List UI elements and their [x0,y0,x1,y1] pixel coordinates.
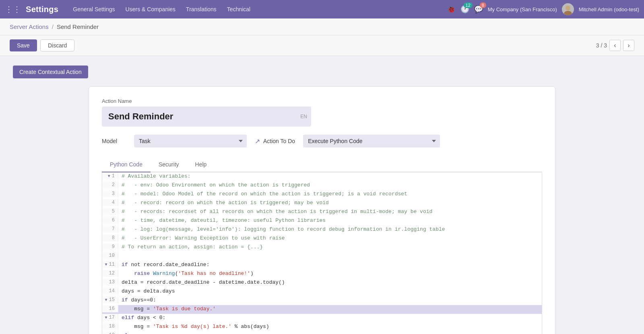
apps-icon[interactable]: ⋮⋮ [5,4,21,14]
code-line: 18 msg = 'Task is %d day(s) late.' % abs… [102,323,542,332]
code-line: 9# To return an action, assign: action =… [102,243,542,252]
breadcrumb: Server Actions / Send Reminder [0,18,644,35]
fold-marker[interactable]: ▼ [105,298,107,302]
line-content: if days==0: [118,296,542,304]
action-to-do-select[interactable]: Execute Python Code [303,135,440,148]
code-line: 4# - record: record on which the action … [102,199,542,208]
line-number: 10 [109,253,115,258]
line-number: 13 [109,279,115,285]
code-line: 7# - log: log(message, level='info'): lo… [102,225,542,234]
action-name-label: Action Name [102,98,542,104]
nav-translations[interactable]: Translations [181,4,221,14]
code-line: ▼1# Available variables: [102,172,542,181]
tab-help[interactable]: Help [187,157,215,172]
nav-general-settings[interactable]: General Settings [68,4,120,14]
pagination-prev[interactable]: ‹ [609,40,621,51]
code-line: 3# - model: Odoo Model of the record on … [102,190,542,199]
line-content: # To return an action, assign: action = … [118,243,542,251]
line-number: 6 [112,217,115,223]
pagination: 3 / 3 ‹ › [596,40,634,51]
breadcrumb-separator: / [52,23,54,30]
line-number: 14 [109,288,115,294]
fold-marker[interactable]: ▼ [105,316,107,320]
line-content: delta = record.date_deadline - datetime.… [118,279,542,286]
line-content: else: [118,332,542,334]
pagination-next[interactable]: › [623,40,634,51]
line-content: # - record: record on which the action i… [118,199,542,207]
line-content: msg = 'Task is due today.' [118,305,542,313]
user-avatar[interactable] [562,3,574,15]
activities-badge-wrap[interactable]: 🕐 12 [460,5,469,14]
line-content: # - time, datetime, dateutil, timezone: … [118,217,542,224]
fold-marker[interactable]: ▼ [108,174,110,178]
svg-point-1 [564,11,572,15]
line-number: 8 [112,235,115,241]
code-line: ▼11if not record.date_deadline: [102,261,542,270]
tab-python-code[interactable]: Python Code [102,157,151,172]
line-number: 5 [112,209,115,214]
line-number: 3 [112,191,115,197]
nav-users-companies[interactable]: Users & Companies [121,4,181,14]
line-number: 12 [109,270,115,276]
line-content: # Available variables: [118,172,542,180]
model-action-row: Model Task ↗ Action To Do Execute Python… [102,135,542,148]
action-name-field-group: Action Name EN [102,98,542,127]
fold-marker[interactable]: ▼ [105,262,107,267]
top-nav: ⋮⋮ Settings General Settings Users & Com… [0,0,644,18]
external-link-icon[interactable]: ↗ [255,137,260,145]
action-name-input[interactable] [102,107,311,127]
model-label: Model [102,138,126,144]
user-name[interactable]: Mitchell Admin (odoo-test) [579,6,639,12]
create-contextual-action-button[interactable]: Create Contextual Action [13,66,88,78]
line-content: if not record.date_deadline: [118,261,542,268]
line-number: 19 [109,332,115,334]
breadcrumb-current: Send Reminder [57,23,99,30]
nav-technical[interactable]: Technical [222,4,255,14]
svg-point-0 [566,6,570,10]
company-name[interactable]: My Company (San Francisco) [488,6,557,12]
code-line: 5# - records: recordset of all records o… [102,208,542,217]
line-content: raise Warning('Task has no deadline!') [118,270,542,277]
line-number: 4 [112,200,115,205]
brand-title: Settings [26,5,58,14]
line-content: # - model: Odoo Model of the record on w… [118,190,542,198]
discard-button[interactable]: Discard [40,39,74,51]
bug-icon[interactable]: 🐞 [447,5,456,14]
line-content: elif days < 0: [118,314,542,322]
messages-count: 8 [480,2,486,8]
code-line: ▼19else: [102,332,542,334]
messages-badge-wrap[interactable]: 💬 8 [474,5,483,14]
code-line: 16 msg = 'Task is due today.' [102,305,542,314]
code-editor[interactable]: ▼1# Available variables:2# - env: Odoo E… [102,172,542,334]
model-select[interactable]: Task [134,135,247,148]
line-number: 11 [109,262,115,267]
toolbar: Save Discard 3 / 3 ‹ › [0,35,644,56]
save-button[interactable]: Save [10,39,37,51]
line-number: 17 [109,315,115,320]
line-number: 1 [112,173,115,179]
tabs: Python Code Security Help [102,157,542,172]
activities-count: 12 [464,2,473,8]
code-line: ▼17elif days < 0: [102,314,542,323]
breadcrumb-parent[interactable]: Server Actions [10,23,49,30]
line-content: # - records: recordset of all records on… [118,208,542,215]
line-number: 16 [109,306,115,311]
line-number: 15 [109,297,115,303]
line-content: days = delta.days [118,287,542,295]
code-line: ▼15if days==0: [102,296,542,305]
pagination-text: 3 / 3 [596,42,607,49]
line-number: 18 [109,324,115,329]
line-content: # - env: Odoo Environment on which the a… [118,181,542,189]
tab-security[interactable]: Security [151,157,187,172]
line-content: # - log: log(message, level='info'): log… [118,225,542,233]
code-line: 12 raise Warning('Task has no deadline!'… [102,270,542,279]
code-line: 2# - env: Odoo Environment on which the … [102,181,542,190]
line-content: # - UserError: Warning Exception to use … [118,234,542,242]
nav-right: 🐞 🕐 12 💬 8 My Company (San Francisco) Mi… [447,3,639,15]
line-number: 7 [112,226,115,232]
content-area: Create Contextual Action Action Name EN … [0,56,644,334]
nav-links: General Settings Users & Companies Trans… [68,4,445,14]
line-content: msg = 'Task is %d day(s) late.' % abs(da… [118,323,542,330]
code-line: 10 [102,252,542,261]
line-content [118,252,542,254]
